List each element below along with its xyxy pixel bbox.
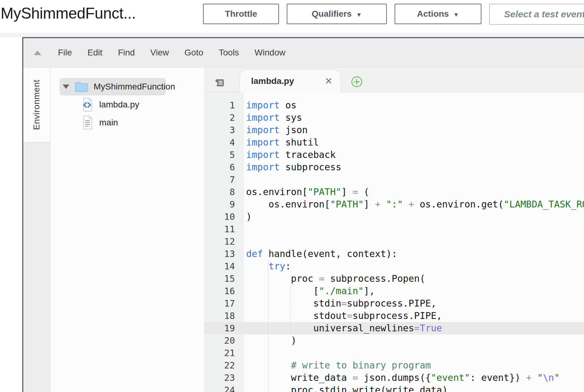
function-title: MyShimmedFunct... <box>1 4 136 22</box>
line-number: 2 <box>205 111 235 124</box>
code-line: ["./main"], <box>246 285 584 297</box>
tree-item-folder[interactable]: MyShimmedFunction <box>63 78 175 95</box>
line-number: 7 <box>205 173 235 186</box>
tab-list-icon[interactable] <box>215 78 225 88</box>
tab-lambda-py[interactable]: lambda.py ✕ <box>240 69 341 93</box>
code-line <box>246 223 584 235</box>
line-number: 4 <box>205 136 235 149</box>
menu-items: FileEditFindViewGotoToolsWindow <box>58 48 285 58</box>
left-tab-strip: Environment <box>23 68 50 392</box>
folder-expanded-caret-icon[interactable] <box>63 85 69 89</box>
line-number: 6 <box>205 161 235 173</box>
tree-item-label: MyShimmedFunction <box>94 82 175 92</box>
throttle-button-label: Throttle <box>225 9 257 19</box>
code-line <box>246 235 584 248</box>
code-line: try: <box>246 260 584 272</box>
line-number: 15 <box>205 272 235 285</box>
environment-tab-label: Environment <box>32 80 42 130</box>
line-number: 9 <box>205 198 235 211</box>
line-number: 8 <box>205 186 235 198</box>
lambda-header: MyShimmedFunct... Throttle Qualifiers ▼ … <box>0 0 584 33</box>
line-number: 23 <box>205 372 235 384</box>
code-line: import subprocess <box>246 161 584 173</box>
code-line: proc.stdin.write(write_data) <box>246 384 584 392</box>
menu-item-edit[interactable]: Edit <box>87 48 102 58</box>
tab-environment[interactable]: Environment <box>23 68 50 142</box>
code-line: import shutil <box>246 136 584 149</box>
ide-window: FileEditFindViewGotoToolsWindow Environm… <box>22 37 584 392</box>
file-tree-panel: MyShimmedFunction lambda.py <box>50 68 205 392</box>
test-event-placeholder: Select a test event <box>504 9 584 20</box>
new-tab-plus-icon[interactable] <box>351 76 363 88</box>
code-line: def handle(event, context): <box>246 248 584 260</box>
code-line <box>246 173 584 186</box>
tree-item-main[interactable]: main <box>81 114 118 131</box>
tree-item-label: lambda.py <box>99 100 139 110</box>
code-lines: import osimport sysimport jsonimport shu… <box>244 92 584 392</box>
line-number: 16 <box>205 285 235 297</box>
line-number: 18 <box>205 310 235 322</box>
collapse-panel-icon[interactable] <box>34 50 41 55</box>
screen: MyShimmedFunct... Throttle Qualifiers ▼ … <box>0 0 584 392</box>
line-number: 5 <box>205 149 235 161</box>
line-number: 17 <box>205 297 235 310</box>
code-line: ) <box>246 211 584 223</box>
tab-close-icon[interactable]: ✕ <box>325 76 333 86</box>
line-number: 12 <box>205 235 235 248</box>
code-line: import sys <box>246 111 584 124</box>
line-number: 20 <box>205 334 235 347</box>
folder-icon <box>74 81 88 92</box>
line-number: 24 <box>205 384 235 392</box>
throttle-button[interactable]: Throttle <box>203 4 279 24</box>
code-line: import json <box>246 124 584 136</box>
menu-item-find[interactable]: Find <box>118 48 135 58</box>
line-number: 1 <box>205 99 235 111</box>
code-line: write_data = json.dumps({"event": event}… <box>246 372 584 384</box>
qualifiers-button-label: Qualifiers <box>312 9 352 19</box>
code-line: stdout=subprocess.PIPE, <box>246 310 584 322</box>
code-line: stdin=subprocess.PIPE, <box>246 297 584 310</box>
file-icon <box>81 115 94 130</box>
line-number: 11 <box>205 223 235 235</box>
actions-button[interactable]: Actions ▼ <box>395 4 481 24</box>
menu-item-goto[interactable]: Goto <box>184 48 203 58</box>
actions-button-label: Actions <box>417 9 449 19</box>
ide-menubar: FileEditFindViewGotoToolsWindow <box>23 38 584 68</box>
code-line: ) <box>246 334 584 347</box>
tab-label: lambda.py <box>251 76 294 86</box>
line-number: 22 <box>205 359 235 372</box>
menu-item-window[interactable]: Window <box>254 48 285 58</box>
code-line: universal_newlines=True <box>246 322 584 334</box>
code-line: proc = subprocess.Popen( <box>246 272 584 285</box>
header-divider-band <box>0 34 584 37</box>
menu-item-view[interactable]: View <box>150 48 169 58</box>
test-event-select[interactable]: Select a test event <box>489 4 584 25</box>
menu-item-file[interactable]: File <box>58 48 72 58</box>
caret-down-icon: ▼ <box>453 12 459 18</box>
code-line: # write to binary program <box>246 359 584 372</box>
editor-tabbar: lambda.py ✕ <box>205 68 584 92</box>
code-line: os.environ["PATH"] + ":" + os.environ.ge… <box>246 198 584 211</box>
line-number: 19 <box>205 322 235 334</box>
code-area[interactable]: 123456789101112131415161718192021222324 … <box>205 92 584 392</box>
code-line: os.environ["PATH"] = ( <box>246 186 584 198</box>
code-line: import os <box>246 99 584 111</box>
tree-item-lambda-py[interactable]: lambda.py <box>81 96 139 113</box>
tree-item-label: main <box>99 118 118 128</box>
line-number: 14 <box>205 260 235 272</box>
line-number: 3 <box>205 124 235 136</box>
editor-pane: lambda.py ✕ 1234567891011121314151617181… <box>205 68 584 392</box>
code-file-icon <box>81 97 94 112</box>
code-line <box>246 347 584 359</box>
line-number-gutter: 123456789101112131415161718192021222324 <box>205 92 244 392</box>
qualifiers-button[interactable]: Qualifiers ▼ <box>287 4 387 24</box>
caret-down-icon: ▼ <box>356 12 362 18</box>
menu-item-tools[interactable]: Tools <box>219 48 239 58</box>
line-number: 21 <box>205 347 235 359</box>
line-number: 13 <box>205 248 235 260</box>
code-line: import traceback <box>246 149 584 161</box>
line-number: 10 <box>205 211 235 223</box>
